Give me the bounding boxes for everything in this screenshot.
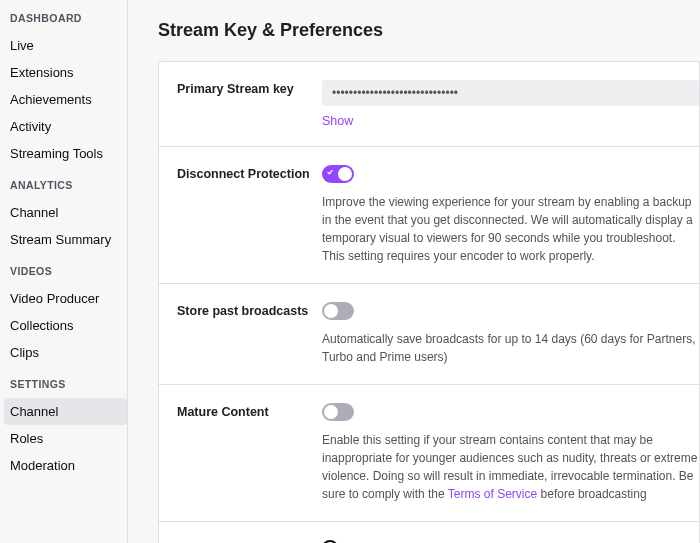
section-videos: VIDEOS <box>10 265 127 277</box>
sidebar-item-streaming-tools[interactable]: Streaming Tools <box>4 140 127 167</box>
sidebar: DASHBOARD Live Extensions Achievements A… <box>0 0 128 543</box>
sidebar-item-live[interactable]: Live <box>4 32 127 59</box>
main-content: Stream Key & Preferences Primary Stream … <box>128 0 700 543</box>
mature-label: Mature Content <box>177 403 322 503</box>
row-disconnect: Disconnect Protection Improve the viewin… <box>159 147 699 284</box>
row-mature: Mature Content Enable this setting if yo… <box>159 385 699 522</box>
stream-key-label: Primary Stream key <box>177 80 322 128</box>
preferences-card: Primary Stream key Show Disconnect Prote… <box>158 61 700 543</box>
mature-help: Enable this setting if your stream conta… <box>322 431 699 503</box>
sidebar-item-achievements[interactable]: Achievements <box>4 86 127 113</box>
row-latency: Latency mode Low latency: Best for near … <box>159 522 699 543</box>
store-help: Automatically save broadcasts for up to … <box>322 330 699 366</box>
row-stream-key: Primary Stream key Show <box>159 62 699 147</box>
show-key-link[interactable]: Show <box>322 114 353 128</box>
disconnect-toggle[interactable] <box>322 165 354 183</box>
mature-toggle[interactable] <box>322 403 354 421</box>
store-label: Store past broadcasts <box>177 302 322 366</box>
row-store: Store past broadcasts Automatically save… <box>159 284 699 385</box>
section-dashboard: DASHBOARD <box>10 12 127 24</box>
section-analytics: ANALYTICS <box>10 179 127 191</box>
check-icon <box>327 169 333 175</box>
mature-help-post: before broadcasting <box>537 487 646 501</box>
stream-key-input[interactable] <box>322 80 699 106</box>
sidebar-item-activity[interactable]: Activity <box>4 113 127 140</box>
section-settings: SETTINGS <box>10 378 127 390</box>
disconnect-label: Disconnect Protection <box>177 165 322 265</box>
sidebar-item-channel-settings[interactable]: Channel <box>4 398 127 425</box>
store-toggle[interactable] <box>322 302 354 320</box>
sidebar-item-moderation[interactable]: Moderation <box>4 452 127 479</box>
sidebar-item-roles[interactable]: Roles <box>4 425 127 452</box>
disconnect-help: Improve the viewing experience for your … <box>322 193 699 265</box>
sidebar-item-clips[interactable]: Clips <box>4 339 127 366</box>
sidebar-item-video-producer[interactable]: Video Producer <box>4 285 127 312</box>
sidebar-item-collections[interactable]: Collections <box>4 312 127 339</box>
sidebar-item-stream-summary[interactable]: Stream Summary <box>4 226 127 253</box>
tos-link[interactable]: Terms of Service <box>448 487 537 501</box>
sidebar-item-extensions[interactable]: Extensions <box>4 59 127 86</box>
sidebar-item-channel-analytics[interactable]: Channel <box>4 199 127 226</box>
page-title: Stream Key & Preferences <box>158 20 700 41</box>
